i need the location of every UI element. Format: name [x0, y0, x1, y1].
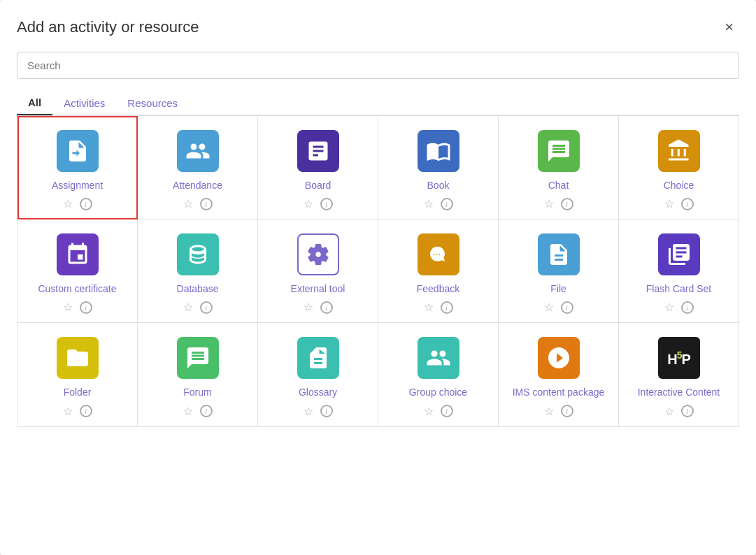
item-actions: ☆ i	[664, 197, 694, 210]
info-icon[interactable]: i	[681, 198, 694, 210]
item-label: Folder	[64, 386, 92, 398]
custom-certificate-icon	[57, 233, 99, 275]
list-item[interactable]: Feedback ☆ i	[378, 219, 499, 323]
list-item[interactable]: H5P Interactive Content ☆ i	[619, 323, 739, 426]
choice-icon	[658, 130, 700, 172]
info-icon[interactable]: i	[320, 405, 333, 417]
info-icon[interactable]: i	[200, 198, 213, 210]
item-actions: ☆ i	[183, 197, 213, 210]
info-icon[interactable]: i	[80, 301, 92, 314]
list-item[interactable]: Forum ☆ i	[138, 323, 258, 426]
info-icon[interactable]: i	[681, 405, 694, 417]
info-icon[interactable]: i	[80, 405, 92, 417]
item-actions: ☆ i	[664, 301, 694, 314]
item-label: Chat	[548, 179, 569, 192]
item-actions: ☆ i	[183, 405, 213, 418]
item-label: Board	[305, 179, 331, 192]
info-icon[interactable]: i	[561, 405, 573, 417]
star-icon[interactable]: ☆	[544, 301, 554, 314]
ims-content-icon	[538, 337, 580, 379]
star-icon[interactable]: ☆	[664, 301, 674, 314]
info-icon[interactable]: i	[561, 301, 573, 314]
item-label: Book	[427, 179, 450, 192]
item-label: File	[550, 282, 566, 295]
star-icon[interactable]: ☆	[63, 405, 73, 418]
list-item[interactable]: Book ☆ i	[378, 116, 499, 219]
item-label: Assignment	[52, 179, 103, 192]
item-label: Database	[177, 282, 219, 295]
star-icon[interactable]: ☆	[183, 197, 193, 210]
star-icon[interactable]: ☆	[424, 301, 434, 314]
info-icon[interactable]: i	[561, 198, 573, 210]
list-item[interactable]: Chat ☆ i	[499, 116, 619, 219]
forum-icon	[177, 337, 219, 379]
star-icon[interactable]: ☆	[664, 197, 674, 210]
info-icon[interactable]: i	[320, 301, 333, 314]
list-item[interactable]: External tool ☆ i	[258, 219, 378, 323]
info-icon[interactable]: i	[320, 198, 333, 210]
file-icon	[538, 233, 580, 275]
star-icon[interactable]: ☆	[304, 301, 313, 314]
info-icon[interactable]: i	[681, 301, 694, 314]
list-item[interactable]: Folder ☆ i	[17, 323, 138, 426]
search-input[interactable]	[17, 52, 739, 79]
list-item[interactable]: Glossary ☆ i	[258, 323, 378, 426]
info-icon[interactable]: i	[441, 405, 453, 417]
modal-header: Add an activity or resource ×	[17, 17, 739, 38]
tab-activities[interactable]: Activities	[52, 91, 116, 115]
list-item[interactable]: Board ☆ i	[258, 116, 378, 219]
tab-all[interactable]: All	[17, 91, 52, 115]
list-item[interactable]: Assignment ☆ i	[17, 116, 138, 219]
flash-card-set-icon	[658, 233, 700, 275]
database-icon	[177, 233, 219, 275]
item-label: Feedback	[417, 282, 459, 295]
star-icon[interactable]: ☆	[664, 405, 674, 418]
activity-grid: Assignment ☆ i Attendance ☆ i Board	[17, 115, 739, 427]
list-item[interactable]: Database ☆ i	[138, 219, 258, 323]
star-icon[interactable]: ☆	[424, 405, 434, 418]
star-icon[interactable]: ☆	[544, 405, 554, 418]
list-item[interactable]: IMS content package ☆ i	[499, 323, 619, 426]
item-label: Attendance	[173, 179, 222, 192]
star-icon[interactable]: ☆	[544, 197, 554, 210]
star-icon[interactable]: ☆	[183, 405, 193, 418]
info-icon[interactable]: i	[200, 301, 213, 314]
item-actions: ☆ i	[544, 405, 573, 418]
list-item[interactable]: Attendance ☆ i	[138, 116, 258, 219]
star-icon[interactable]: ☆	[304, 197, 313, 210]
item-actions: ☆ i	[183, 301, 213, 314]
item-actions: ☆ i	[544, 301, 573, 314]
item-label: Choice	[664, 179, 694, 192]
star-icon[interactable]: ☆	[424, 197, 434, 210]
item-label: Group choice	[409, 386, 467, 398]
item-actions: ☆ i	[304, 405, 333, 418]
group-choice-icon	[418, 337, 459, 379]
info-icon[interactable]: i	[441, 198, 453, 210]
chat-icon	[538, 130, 580, 172]
info-icon[interactable]: i	[200, 405, 213, 417]
star-icon[interactable]: ☆	[63, 197, 73, 210]
list-item[interactable]: Choice ☆ i	[619, 116, 739, 219]
star-icon[interactable]: ☆	[183, 301, 193, 314]
assignment-icon	[57, 130, 99, 172]
list-item[interactable]: Custom certificate ☆ i	[17, 219, 138, 323]
item-label: IMS content package	[513, 386, 605, 398]
item-actions: ☆ i	[63, 405, 92, 418]
info-icon[interactable]: i	[441, 301, 453, 314]
close-button[interactable]: ×	[719, 17, 739, 38]
item-label: External tool	[291, 282, 345, 295]
info-icon[interactable]: i	[80, 198, 92, 210]
star-icon[interactable]: ☆	[63, 301, 73, 314]
folder-icon	[57, 337, 99, 379]
item-actions: ☆ i	[63, 301, 92, 314]
item-actions: ☆ i	[424, 197, 453, 210]
item-actions: ☆ i	[544, 197, 573, 210]
list-item[interactable]: File ☆ i	[499, 219, 619, 323]
tab-resources[interactable]: Resources	[116, 91, 189, 115]
item-label: Interactive Content	[638, 386, 720, 398]
list-item[interactable]: Flash Card Set ☆ i	[619, 219, 739, 323]
item-actions: ☆ i	[304, 301, 333, 314]
item-actions: ☆ i	[664, 405, 694, 418]
star-icon[interactable]: ☆	[304, 405, 313, 418]
list-item[interactable]: Group choice ☆ i	[378, 323, 499, 426]
